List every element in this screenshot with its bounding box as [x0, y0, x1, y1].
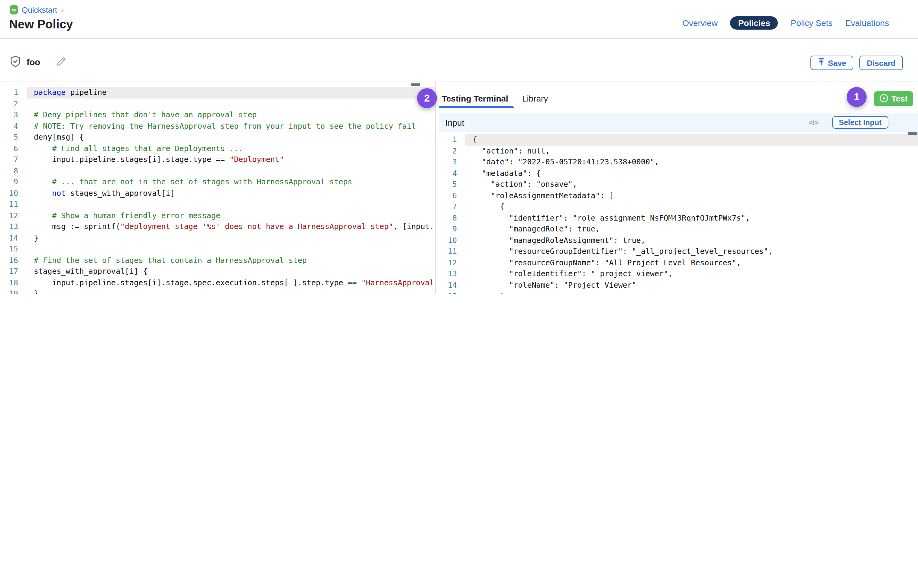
code-line: 4# NOTE: Try removing the HarnessApprova… [0, 121, 435, 132]
page-title: New Policy [9, 18, 73, 31]
code-line: 17stages_with_approval[i] { [0, 266, 435, 277]
nav-link-policy-sets[interactable]: Policy Sets [791, 18, 833, 27]
input-json-editor[interactable]: 1{2 "action": null,3 "date": "2022-05-05… [439, 132, 918, 294]
edit-pencil-icon[interactable] [56, 56, 66, 69]
nav-link-overview[interactable]: Overview [682, 18, 718, 27]
code-line: 18 input.pipeline.stages[i].stage.spec.e… [0, 277, 435, 288]
input-section-header: Input </> Select Input [439, 113, 918, 132]
nav-link-policies-active[interactable]: Policies [731, 16, 778, 29]
page-header: ∞ Quickstart › New Policy Overview Polic… [0, 0, 918, 39]
code-line: 6 "roleAssignmentMetadata": [ [439, 190, 918, 201]
upload-arrow-icon [818, 58, 825, 68]
minimap-indicator [908, 132, 917, 135]
code-line: 15 }, [439, 291, 918, 294]
code-line: 11 [0, 199, 435, 210]
code-line: 13 "roleIdentifier": "_project_viewer", [439, 268, 918, 279]
code-line: 1{ [439, 134, 918, 145]
code-line: 7 { [439, 201, 918, 212]
active-tab-underline [439, 107, 514, 108]
code-line: 1package pipeline [0, 87, 435, 98]
breadcrumb-chevron-icon: › [61, 6, 63, 14]
minimap-indicator [411, 83, 420, 86]
input-title: Input [445, 118, 464, 128]
tab-library[interactable]: Library [522, 94, 548, 103]
top-nav: Overview Policies Policy Sets Evaluation… [682, 16, 889, 29]
code-line: 8 [0, 165, 435, 176]
code-line: 6 # Find all stages that are Deployments… [0, 143, 435, 154]
code-line: 19} [0, 288, 435, 294]
code-line: 2 [0, 98, 435, 109]
code-line: 3 "date": "2022-05-05T20:41:23.538+0000"… [439, 157, 918, 168]
code-line: 13 msg := sprintf("deployment stage '%s'… [0, 221, 435, 233]
policy-name: foo [27, 57, 40, 67]
annotation-badge-2: 2 [417, 88, 437, 108]
code-line: 5deny[msg] { [0, 132, 435, 143]
save-button[interactable]: Save [810, 56, 853, 70]
policy-code-editor[interactable]: 1package pipeline23# Deny pipelines that… [0, 82, 435, 294]
code-line: 11 "resourceGroupIdentifier": "_all_proj… [439, 246, 918, 257]
code-line: 2 "action": null, [439, 145, 918, 157]
toolbar-actions: Save Discard [810, 56, 903, 70]
code-line: 4 "metadata": { [439, 168, 918, 179]
code-line: 5 "action": "onsave", [439, 179, 918, 190]
select-input-button[interactable]: Select Input [832, 116, 888, 129]
shield-check-icon [10, 55, 21, 69]
code-line: 10 "managedRoleAssignment": true, [439, 235, 918, 246]
code-line: 7 input.pipeline.stages[i].stage.type ==… [0, 154, 435, 165]
code-line: 12 # Show a human-friendly error message [0, 210, 435, 221]
app-root: ∞ Quickstart › New Policy Overview Polic… [0, 0, 918, 294]
code-line: 14 "roleName": "Project Viewer" [439, 279, 918, 291]
harness-logo-icon: ∞ [10, 5, 18, 15]
code-line: 3# Deny pipelines that don't have an app… [0, 109, 435, 121]
code-line: 14} [0, 233, 435, 244]
code-view-icon[interactable]: </> [809, 118, 818, 127]
nav-link-evaluations[interactable]: Evaluations [845, 18, 889, 27]
code-line: 15 [0, 244, 435, 255]
code-line: 9 "managedRole": true, [439, 224, 918, 235]
test-button[interactable]: Test [874, 91, 913, 107]
play-circle-icon [879, 94, 888, 104]
code-line: 16# Find the set of stages that contain … [0, 255, 435, 266]
code-line: 8 "identifier": "role_assignment_NsFQM43… [439, 212, 918, 224]
breadcrumb: ∞ Quickstart › [10, 5, 63, 15]
annotation-badge-1: 1 [847, 87, 866, 107]
panel-divider [435, 82, 436, 294]
breadcrumb-link-quickstart[interactable]: Quickstart [22, 5, 57, 14]
code-line: 12 "resourceGroupName": "All Project Lev… [439, 257, 918, 268]
discard-button[interactable]: Discard [860, 56, 903, 70]
code-line: 9 # ... that are not in the set of stage… [0, 176, 435, 187]
policy-name-row: foo [10, 56, 66, 69]
tab-testing-terminal[interactable]: Testing Terminal [442, 94, 508, 103]
code-line: 10 not stages_with_approval[i] [0, 187, 435, 199]
